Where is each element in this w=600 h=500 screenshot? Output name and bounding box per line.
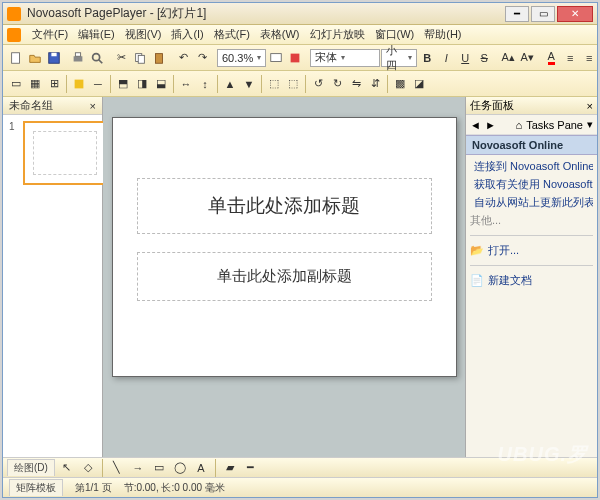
slide-thumbnail[interactable]	[23, 121, 107, 185]
strike-button[interactable]: S	[475, 48, 493, 68]
toolbar-drawing: ▭ ▦ ⊞ ─ ⬒ ◨ ⬓ ↔ ↕ ▲ ▼ ⬚ ⬚ ↺ ↻ ⇋ ⇵ ▩ ◪	[3, 71, 597, 97]
status-tab[interactable]: 矩阵模板	[9, 479, 63, 496]
dist-h-icon[interactable]: ↔	[177, 74, 195, 94]
bring-front-icon[interactable]: ▲	[221, 74, 239, 94]
italic-button[interactable]: I	[437, 48, 455, 68]
taskpane-item[interactable]: 自动从网站上更新此列表	[470, 195, 593, 210]
dist-v-icon[interactable]: ↕	[196, 74, 214, 94]
preview-icon[interactable]	[88, 48, 106, 68]
menu-slideshow[interactable]: 幻灯片放映	[305, 25, 370, 44]
taskpane-title: 任务面板	[470, 98, 514, 113]
font-family-value: 宋体	[315, 50, 337, 65]
slide: 单击此处添加标题 单击此处添加副标题	[112, 117, 457, 377]
snap-icon[interactable]: ⊞	[45, 74, 63, 94]
open-icon[interactable]	[26, 48, 44, 68]
taskpane-item[interactable]: 获取有关使用 Novoasoft PageP...	[470, 177, 593, 192]
flip-h-icon[interactable]: ⇋	[347, 74, 365, 94]
toolbar-standard: ✂ ↶ ↷ 60.3%▾ 宋体▾ 小四▾ B I U S A▴ A▾ A ≡ ≡…	[3, 45, 597, 71]
flip-v-icon[interactable]: ⇵	[366, 74, 384, 94]
window-title: Novoasoft PagePlayer - [幻灯片1]	[27, 5, 503, 22]
font-decrease-icon[interactable]: A▾	[518, 48, 536, 68]
minimize-button[interactable]: ━	[505, 6, 529, 22]
chevron-down-icon[interactable]: ▾	[587, 118, 593, 131]
position-status: 节:0.00, 长:0 0.00 毫米	[124, 481, 225, 495]
menu-window[interactable]: 窗口(W)	[370, 25, 420, 44]
send-back-icon[interactable]: ▼	[240, 74, 258, 94]
print-icon[interactable]	[69, 48, 87, 68]
align-bot-icon[interactable]: ⬓	[152, 74, 170, 94]
align-top-icon[interactable]: ⬒	[114, 74, 132, 94]
arrow-icon[interactable]: →	[129, 458, 147, 478]
menu-help[interactable]: 帮助(H)	[419, 25, 466, 44]
line2-icon[interactable]: ━	[242, 458, 260, 478]
rotate-right-icon[interactable]: ↻	[328, 74, 346, 94]
titlebar: Novoasoft PagePlayer - [幻灯片1] ━ ▭ ✕	[3, 3, 597, 25]
menu-file[interactable]: 文件(F)	[27, 25, 73, 44]
nav-fwd-icon[interactable]: ►	[485, 119, 496, 131]
underline-button[interactable]: U	[456, 48, 474, 68]
panel-close-icon[interactable]: ×	[90, 100, 96, 112]
svg-rect-8	[138, 55, 144, 63]
shadow-icon[interactable]: ▩	[391, 74, 409, 94]
rotate-left-icon[interactable]: ↺	[309, 74, 327, 94]
slide-canvas[interactable]: 单击此处添加标题 单击此处添加副标题	[103, 97, 465, 457]
undo-icon[interactable]: ↶	[174, 48, 192, 68]
align-mid-icon[interactable]: ◨	[133, 74, 151, 94]
ruler-icon[interactable]: ▭	[7, 74, 25, 94]
chevron-down-icon: ▾	[408, 53, 412, 62]
redo-icon[interactable]: ↷	[193, 48, 211, 68]
fill2-icon[interactable]: ▰	[221, 458, 239, 478]
taskpane-close-icon[interactable]: ×	[587, 100, 593, 112]
shapes-icon[interactable]: ◇	[79, 458, 97, 478]
subtitle-placeholder[interactable]: 单击此处添加副标题	[137, 252, 432, 301]
ellipse-icon[interactable]: ◯	[171, 458, 189, 478]
home-icon[interactable]: ⌂	[515, 119, 522, 131]
color-icon[interactable]	[286, 48, 304, 68]
svg-rect-10	[271, 53, 282, 61]
font-size-combo[interactable]: 小四▾	[381, 49, 417, 67]
page-status: 第1/1 页	[75, 481, 112, 495]
paste-icon[interactable]	[150, 48, 168, 68]
draw-tab[interactable]: 绘图(D)	[7, 459, 55, 476]
save-icon[interactable]	[45, 48, 63, 68]
font-increase-icon[interactable]: A▴	[499, 48, 517, 68]
screen-icon[interactable]	[267, 48, 285, 68]
svg-rect-9	[156, 53, 163, 63]
menu-format[interactable]: 格式(F)	[209, 25, 255, 44]
maximize-button[interactable]: ▭	[531, 6, 555, 22]
taskpane-more[interactable]: 其他...	[470, 213, 593, 228]
new-icon[interactable]	[7, 48, 25, 68]
menu-table[interactable]: 表格(W)	[255, 25, 305, 44]
line-icon[interactable]: ╲	[108, 458, 126, 478]
group-icon[interactable]: ⬚	[265, 74, 283, 94]
line-color-icon[interactable]: ─	[89, 74, 107, 94]
font-color-icon[interactable]: A	[542, 48, 560, 68]
grid-icon[interactable]: ▦	[26, 74, 44, 94]
rect-icon[interactable]: ▭	[150, 458, 168, 478]
taskpane-item[interactable]: 连接到 Novoasoft Online	[470, 159, 593, 174]
menu-insert[interactable]: 插入(I)	[166, 25, 208, 44]
align-center-icon[interactable]: ≡	[580, 48, 598, 68]
chevron-down-icon: ▾	[257, 53, 261, 62]
app-icon	[7, 7, 21, 21]
taskpane-new-doc[interactable]: 📄新建文档	[470, 273, 593, 288]
zoom-value: 60.3%	[222, 52, 253, 64]
zoom-combo[interactable]: 60.3%▾	[217, 49, 266, 67]
text-icon[interactable]: A	[192, 458, 210, 478]
font-family-combo[interactable]: 宋体▾	[310, 49, 380, 67]
svg-point-5	[93, 53, 100, 60]
copy-icon[interactable]	[131, 48, 149, 68]
menu-edit[interactable]: 编辑(E)	[73, 25, 120, 44]
title-placeholder[interactable]: 单击此处添加标题	[137, 178, 432, 234]
align-left-icon[interactable]: ≡	[561, 48, 579, 68]
menu-view[interactable]: 视图(V)	[120, 25, 167, 44]
ungroup-icon[interactable]: ⬚	[284, 74, 302, 94]
close-button[interactable]: ✕	[557, 6, 593, 22]
nav-back-icon[interactable]: ◄	[470, 119, 481, 131]
cut-icon[interactable]: ✂	[112, 48, 130, 68]
pointer-icon[interactable]: ↖	[58, 458, 76, 478]
taskpane-open[interactable]: 📂打开...	[470, 243, 593, 258]
3d-icon[interactable]: ◪	[410, 74, 428, 94]
fill-icon[interactable]	[70, 74, 88, 94]
bold-button[interactable]: B	[418, 48, 436, 68]
